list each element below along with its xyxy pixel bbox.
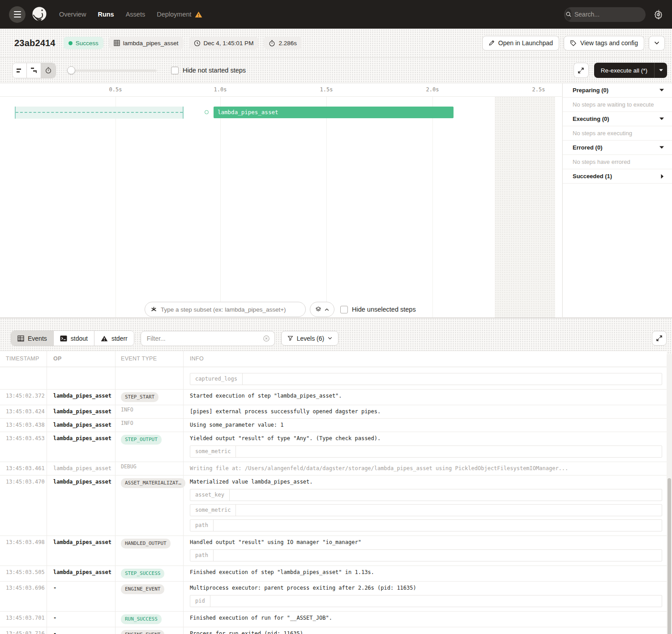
warning-icon bbox=[101, 335, 108, 342]
log-info: Using some_parameter value: 1 bbox=[184, 419, 667, 432]
log-row[interactable]: captured_logs bbox=[0, 367, 667, 390]
levels-dropdown[interactable]: Levels (6) bbox=[281, 331, 338, 346]
hide-not-started-checkbox[interactable] bbox=[171, 67, 179, 74]
view-mode-waterfall-button[interactable] bbox=[27, 63, 41, 78]
step-status-sidebar: Preparing (0)No steps are waiting to exe… bbox=[562, 83, 672, 318]
slider-knob[interactable] bbox=[67, 66, 75, 74]
caret-down-icon bbox=[659, 146, 664, 149]
log-row[interactable]: 13:45:03.498lambda_pipes_assetHANDLED_OU… bbox=[0, 536, 667, 566]
clear-filter-icon[interactable] bbox=[263, 335, 270, 342]
log-tab-stderr[interactable]: stderr bbox=[94, 331, 134, 346]
run-header-more-button[interactable] bbox=[649, 36, 665, 51]
log-timestamp: 13:45:03.470 bbox=[0, 476, 47, 535]
nav-item-runs[interactable]: Runs bbox=[98, 11, 114, 18]
caret-down-icon bbox=[659, 117, 664, 120]
metadata-table: some_metric bbox=[190, 446, 662, 458]
hide-unselected-checkbox-row[interactable]: Hide unselected steps bbox=[340, 306, 416, 313]
gantt-gridline bbox=[326, 97, 327, 317]
gantt-fullscreen-button[interactable] bbox=[574, 63, 589, 78]
nav-item-deployment[interactable]: Deployment bbox=[157, 11, 202, 18]
event-type-badge: ENGINE_EVENT bbox=[121, 630, 164, 634]
event-type-badge: STEP_OUTPUT bbox=[121, 435, 162, 445]
sidebar-section-succeeded[interactable]: Succeeded (1) bbox=[563, 169, 672, 184]
gantt-gridline bbox=[220, 97, 221, 317]
log-row[interactable]: 13:45:03.701-RUN_SUCCESSFinished executi… bbox=[0, 612, 667, 627]
log-fullscreen-button[interactable] bbox=[652, 331, 667, 346]
gantt-zoom-slider[interactable] bbox=[67, 66, 157, 74]
step-subset-input[interactable] bbox=[161, 306, 300, 313]
log-info-text: Handled output "result" using IO manager… bbox=[190, 539, 662, 546]
log-tab-label: stdout bbox=[71, 335, 88, 342]
hide-not-started-checkbox-row[interactable]: Hide not started steps bbox=[171, 67, 246, 74]
nav-item-assets[interactable]: Assets bbox=[126, 11, 146, 18]
log-op: lambda_pipes_asset bbox=[47, 405, 116, 418]
sidebar-section-title: Errored (0) bbox=[573, 144, 602, 151]
log-row[interactable]: 13:45:03.470lambda_pipes_assetASSET_MATE… bbox=[0, 476, 667, 536]
sidebar-section-executing[interactable]: Executing (0) bbox=[563, 112, 672, 126]
nav-item-overview[interactable]: Overview bbox=[59, 11, 86, 18]
log-op: lambda_pipes_asset bbox=[47, 462, 116, 475]
view-tags-config-button[interactable]: View tags and config bbox=[564, 36, 644, 51]
reexecute-dropdown-button[interactable] bbox=[654, 63, 667, 78]
settings-gear-icon[interactable] bbox=[654, 10, 663, 19]
view-mode-timed-button[interactable] bbox=[41, 63, 56, 78]
event-type-badge: RUN_SUCCESS bbox=[121, 614, 162, 624]
table-icon bbox=[17, 335, 24, 342]
view-mode-flat-button[interactable] bbox=[13, 63, 27, 78]
waterfall-view-icon bbox=[30, 67, 37, 73]
col-event-type: EVENT TYPE bbox=[116, 351, 184, 367]
chevron-down-icon bbox=[654, 41, 659, 45]
log-row[interactable]: 13:45:03.461lambda_pipes_assetDEBUGWriti… bbox=[0, 462, 667, 476]
log-timestamp: 13:45:03.461 bbox=[0, 462, 47, 475]
reexecute-all-button[interactable]: Re-execute all (*) bbox=[594, 63, 667, 78]
reexecute-all-label[interactable]: Re-execute all (*) bbox=[594, 63, 654, 78]
log-tab-events[interactable]: Events bbox=[11, 331, 54, 346]
log-info-text: Yielded output "result" of type "Any". (… bbox=[190, 435, 662, 442]
hamburger-menu-button[interactable] bbox=[9, 6, 26, 23]
start-time-tag[interactable]: Dec 4, 1:45:01 PM bbox=[189, 37, 259, 49]
log-scrollbar-track[interactable] bbox=[667, 354, 672, 634]
log-row[interactable]: 13:45:03.696-ENGINE_EVENTMultiprocess ex… bbox=[0, 582, 667, 612]
metadata-key: pid bbox=[190, 595, 210, 607]
sidebar-section-errored[interactable]: Errored (0) bbox=[563, 141, 672, 155]
sidebar-section-preparing[interactable]: Preparing (0) bbox=[563, 83, 672, 98]
log-info-text: Finished execution of step "lambda_pipes… bbox=[190, 569, 662, 576]
status-badge[interactable]: Success bbox=[64, 37, 103, 49]
hide-unselected-checkbox[interactable] bbox=[340, 306, 348, 313]
log-op: - bbox=[47, 627, 116, 634]
status-dot bbox=[68, 41, 73, 45]
duration-tag[interactable]: 2.286s bbox=[264, 37, 302, 49]
dagster-logo-icon[interactable] bbox=[30, 5, 48, 23]
log-row[interactable]: 13:45:03.505lambda_pipes_assetSTEP_SUCCE… bbox=[0, 566, 667, 582]
timeline-tick: 2.5s bbox=[532, 86, 545, 93]
metadata-key: captured_logs bbox=[190, 373, 243, 385]
log-timestamp: 13:45:03.696 bbox=[0, 582, 47, 611]
sidebar-empty-text: No steps are waiting to execute bbox=[563, 98, 672, 112]
log-tab-stdout[interactable]: stdout bbox=[54, 331, 94, 346]
search-input[interactable] bbox=[572, 11, 658, 18]
col-timestamp: TIMESTAMP bbox=[0, 351, 47, 367]
chevron-down-icon bbox=[328, 337, 332, 340]
open-in-launchpad-button[interactable]: Open in Launchpad bbox=[482, 36, 559, 51]
apply-step-subset-button[interactable] bbox=[310, 302, 334, 317]
log-pane: Eventsstdoutstderr Levels (6) TIMESTAMP … bbox=[0, 318, 672, 634]
sidebar-empty-text: No steps have errored bbox=[563, 155, 672, 169]
log-event-type: ENGINE_EVENT bbox=[116, 582, 184, 611]
job-name-tag[interactable]: lambda_pipes_asset bbox=[109, 37, 184, 49]
log-event-type: HANDLED_OUTPUT bbox=[116, 536, 184, 565]
log-row[interactable]: 13:45:03.424lambda_pipes_assetINFO[pipes… bbox=[0, 405, 667, 419]
timeline-tick: 0.5s bbox=[109, 86, 122, 93]
log-row[interactable]: 13:45:03.438lambda_pipes_assetINFOUsing … bbox=[0, 419, 667, 432]
metadata-key: some_metric bbox=[190, 446, 236, 457]
log-info: Yielded output "result" of type "Any". (… bbox=[184, 432, 667, 462]
log-scrollbar-thumb[interactable] bbox=[668, 478, 671, 634]
global-search[interactable]: / bbox=[564, 7, 646, 22]
gantt-step-bar[interactable]: lambda_pipes_asset bbox=[214, 107, 454, 118]
metadata-table: path bbox=[190, 519, 662, 531]
log-info-text: Materialized value lambda_pipes_asset. bbox=[190, 478, 662, 486]
log-op: lambda_pipes_asset bbox=[47, 419, 116, 432]
log-filter-input[interactable] bbox=[147, 335, 263, 342]
log-row[interactable]: 13:45:03.453lambda_pipes_assetSTEP_OUTPU… bbox=[0, 432, 667, 462]
log-row[interactable]: 13:45:03.716-ENGINE_EVENTProcess for run… bbox=[0, 627, 667, 634]
log-row[interactable]: 13:45:02.372lambda_pipes_assetSTEP_START… bbox=[0, 390, 667, 405]
